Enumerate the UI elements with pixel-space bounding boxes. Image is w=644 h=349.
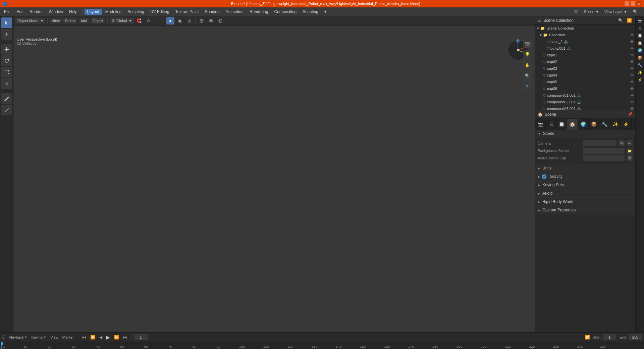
xray-toggle[interactable] [216,17,224,24]
custom-properties-section-header[interactable]: ▶ Custom Properties [535,206,635,214]
outliner-row-base2[interactable]: ▶ ▽ base_2 ⚓ 👁 [535,38,635,45]
prop-tab-output[interactable]: 🖨 [546,119,556,130]
workspace-tab-layout[interactable]: Layout [85,9,102,15]
camera-value[interactable] [583,140,616,146]
maximize-button[interactable]: □ [631,1,635,6]
world-properties-icon[interactable]: 🌍 [637,47,643,54]
outliner-row-cap04[interactable]: ▽ cap04 👁 [535,72,635,79]
pan-tool[interactable]: ✋ [523,60,532,70]
viewport-shading-solid[interactable]: ● [166,17,174,24]
outliner-row-compound01[interactable]: ▽ compound01.001 ⚓ 👁 [535,92,635,99]
cap04-visibility[interactable]: 👁 [630,73,634,77]
edit-menu[interactable]: Edit [14,9,26,15]
select-menu-btn[interactable]: Select [63,18,77,23]
play-button[interactable]: ▶ [105,334,111,341]
object-menu-btn[interactable]: Object [91,18,105,23]
transform-tool-button[interactable]: ⊞ [1,78,12,89]
prop-tab-render[interactable]: 📷 [535,119,546,130]
background-picker[interactable]: 📁 [627,148,633,154]
prop-tab-modifier[interactable]: 🔧 [599,119,610,130]
workspace-tab-compositing[interactable]: Compositing [271,9,299,15]
prop-tab-scene[interactable]: 🏠 [567,119,578,130]
overlays-toggle[interactable] [207,17,215,24]
jump-to-start-button[interactable]: ⏮ [81,334,88,340]
add-menu-btn[interactable]: Add [79,18,90,23]
outliner-row-bolts[interactable]: ▶ ▽ bolts.001 ⚓ 👁 [535,45,635,52]
viewport[interactable]: Object Mode ▼ View Select Add Object ⊞ G… [13,16,535,332]
scene-selector[interactable]: Scene ▼ [582,9,601,14]
active-movie-clip-value[interactable] [583,155,625,161]
properties-pin[interactable]: 📌 [628,112,633,116]
annotate-tool-button[interactable] [1,93,12,104]
measure-tool-button[interactable] [1,105,12,115]
cap03-visibility[interactable]: 👁 [630,66,634,70]
physics-icon[interactable]: ⚡ [637,77,643,83]
cap01-visibility[interactable]: 👁 [630,53,634,57]
outliner-row-cap05[interactable]: ▽ cap05 👁 [535,79,635,85]
compound02-visibility[interactable]: 👁 [630,100,634,104]
rotate-tool-button[interactable] [1,55,12,66]
keying-sets-section-header[interactable]: ▶ Keying Sets [535,181,635,189]
view-label[interactable]: View [49,335,60,340]
audio-section-header[interactable]: ▶ Audio [535,189,635,197]
lights-button[interactable]: 💡 [523,50,532,59]
snap-toggle[interactable]: 🧲 [135,17,143,24]
gravity-section-header[interactable]: ▶ Gravity [535,172,635,181]
workspace-tab-add[interactable]: + [322,9,329,15]
viewport-shading-material[interactable]: ◉ [176,17,184,24]
collection-visibility[interactable]: 👁 [630,33,634,37]
rigid-body-world-section-header[interactable]: ▶ Rigid Body World [535,198,635,206]
viewport-shading-wire[interactable]: □ [157,17,165,24]
bolts-visibility[interactable]: 👁 [630,46,634,50]
timeline-ruler[interactable]: 1 10 20 30 40 50 60 [0,342,644,349]
workspace-tab-uv-editing[interactable]: UV Editing [148,9,172,15]
cap06-visibility[interactable]: 👁 [630,87,634,91]
prop-tab-particles[interactable]: ✨ [610,119,621,130]
outliner-row-cap02[interactable]: ▽ cap02 👁 [535,58,635,65]
window-menu[interactable]: Window [46,9,66,15]
cameras-button[interactable]: 📷 [523,39,532,48]
object-mode-dropdown[interactable]: Object Mode ▼ [15,18,45,23]
file-menu[interactable]: File [1,9,13,15]
outliner-row-scene-collection[interactable]: ▼ 📁 Scene Collection [535,25,635,32]
outliner-row-compound02[interactable]: ▽ compound02.001 ⚓ 👁 [535,99,635,105]
scale-tool-button[interactable] [1,67,12,78]
scene-section-header[interactable]: ▼ Scene [535,130,635,138]
help-menu[interactable]: Help [66,9,80,15]
select-tool-button[interactable] [1,17,12,28]
workspace-tab-sculpting[interactable]: Sculpting [125,9,147,15]
units-section-header[interactable]: ▶ Units [535,164,635,172]
prop-tab-physics[interactable]: ⚡ [621,119,632,130]
cap05-visibility[interactable]: 👁 [630,80,634,84]
prop-tab-view-layer[interactable]: 🔲 [556,119,567,130]
render-menu[interactable]: Render [27,9,45,15]
minimize-button[interactable]: — [625,1,629,6]
question-mark[interactable]: ? [523,82,532,91]
view-layer-icon[interactable]: 🔲 [637,32,643,39]
step-back-button[interactable]: ⏪ [89,334,97,340]
background-scene-value[interactable] [583,148,625,154]
marker-label[interactable]: Marker [61,335,75,340]
transform-orientation-dropdown[interactable]: ⊞ Global ▼ [110,18,134,23]
workspace-tab-rendering[interactable]: Rendering [247,9,271,15]
scene-properties-icon[interactable]: 🏠 [637,40,643,46]
search-button[interactable]: 🔍 [631,8,640,15]
modifier-properties-icon[interactable]: 🔧 [637,62,643,68]
workspace-tab-texture-paint[interactable]: Texture Paint [173,9,202,15]
particles-icon[interactable]: ✨ [637,69,643,76]
outliner-row-compound03[interactable]: ▽ compound03.001 ⚓ 👁 [535,105,635,110]
playback-dropdown[interactable]: Playback ▼ [7,335,29,340]
viewport-shading-render[interactable]: ◎ [185,17,193,24]
outliner-row-collection[interactable]: ▼ 📁 Collection 👁 [535,32,635,38]
outliner-row-cap06[interactable]: ▽ cap06 👁 [535,85,635,92]
show-gizmos-toggle[interactable] [198,17,206,24]
workspace-tab-modeling[interactable]: Modeling [103,9,124,15]
compound01-visibility[interactable]: 👁 [630,93,634,97]
cursor-tool-button[interactable]: ✛ [1,29,12,40]
gravity-checkbox[interactable] [542,174,546,179]
workspace-tab-shading[interactable]: Shading [202,9,222,15]
current-frame-field[interactable]: 1 [134,334,148,340]
loop-button[interactable]: 🔁 [584,334,591,340]
base2-visibility[interactable]: 👁 [630,40,634,44]
movie-clip-picker[interactable]: 🎬 [627,155,633,161]
